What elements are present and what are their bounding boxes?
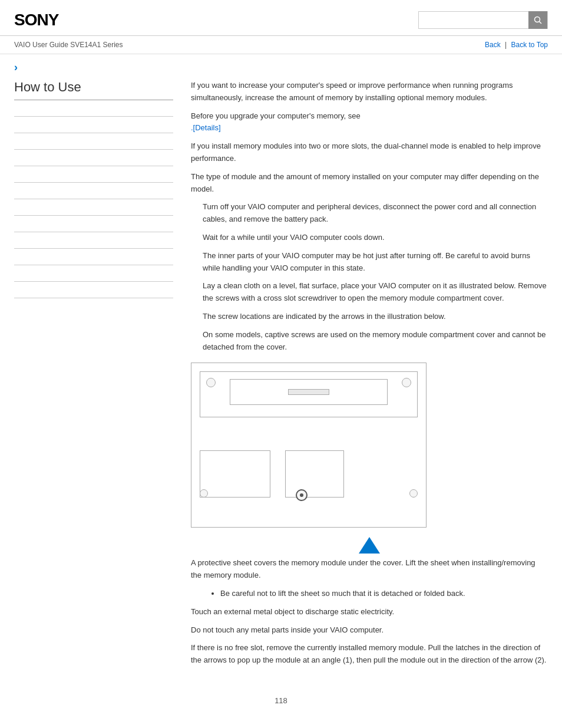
list-item[interactable] [14,183,173,199]
search-input[interactable] [419,16,528,25]
sidebar-items-list [14,100,173,298]
module-left [200,450,270,498]
content-para1: If you want to increase your computer's … [191,80,548,104]
content-para5: A protective sheet covers the memory mod… [191,557,548,582]
bottom-section [200,427,418,509]
indented-text-1: Turn off your VAIO computer and peripher… [203,201,548,226]
list-item[interactable] [14,249,173,265]
screw-tr [402,378,411,387]
back-to-top-link[interactable]: Back to Top [511,41,548,49]
header: SONY [0,0,562,36]
arrow-up-container [191,537,548,554]
arrow-up-icon [359,537,380,554]
breadcrumb-arrow[interactable]: › [0,54,32,74]
search-bar[interactable] [418,11,548,29]
laptop-illustration [191,363,427,528]
page-footer: 118 [0,684,562,717]
screw-tl [206,378,216,387]
sony-logo: SONY [14,11,58,29]
content-para4: The type of module and the amount of mem… [191,171,548,196]
bullet-list: Be careful not to lift the sheet so much… [209,588,548,600]
indented-block-3: Lay a clean cloth on a level, flat surfa… [203,280,548,353]
indented-text-3: The inner parts of your VAIO computer ma… [203,250,548,275]
sidebar-title: How to Use [14,80,173,100]
list-item[interactable] [14,232,173,249]
list-item[interactable] [14,199,173,216]
screw-br [409,489,418,498]
sidebar: How to Use [14,74,185,673]
screw-bc [296,489,308,501]
top-module [230,379,388,405]
module-right [285,450,344,498]
indented-block-2: Wait for a while until your VAIO compute… [203,232,548,274]
main-layout: How to Use If you want to increase your … [0,74,562,673]
list-item[interactable] [14,117,173,133]
content-para8: If there is no free slot, remove the cur… [191,642,548,667]
content-para6: Touch an external metal object to discha… [191,606,548,618]
back-link[interactable]: Back [485,41,501,49]
svg-line-1 [540,22,542,24]
content-para7: Do not touch any metal parts inside your… [191,624,548,637]
nav-links: Back | Back to Top [485,41,548,49]
bullet-item-1: Be careful not to lift the sheet so much… [220,588,548,600]
guide-title: VAIO User Guide SVE14A1 Series [14,41,123,49]
content-para3: If you install memory modules into two o… [191,140,548,165]
content-para2: Before you upgrade your computer's memor… [191,110,548,135]
indented-text-2: Wait for a while until your VAIO compute… [203,232,548,244]
search-icon [534,16,542,24]
connector-strip [288,389,329,395]
list-item[interactable] [14,216,173,232]
list-item[interactable] [14,150,173,166]
nav-separator: | [505,41,507,49]
indented-block-1: Turn off your VAIO computer and peripher… [203,201,548,226]
svg-point-0 [535,17,540,22]
indented-text-6: On some models, captive screws are used … [203,329,548,354]
list-item[interactable] [14,100,173,117]
list-item[interactable] [14,265,173,282]
content-area: If you want to increase your computer's … [185,74,548,673]
search-button[interactable] [528,11,547,29]
nav-bar: VAIO User Guide SVE14A1 Series Back | Ba… [0,36,562,54]
details-link[interactable]: .[Details] [191,123,221,132]
list-item[interactable] [14,282,173,298]
indented-text-4: Lay a clean cloth on a level, flat surfa… [203,280,548,305]
indented-text-5: The screw locations are indicated by the… [203,311,548,323]
page-number: 118 [275,696,287,705]
list-item[interactable] [14,133,173,150]
list-item[interactable] [14,166,173,183]
